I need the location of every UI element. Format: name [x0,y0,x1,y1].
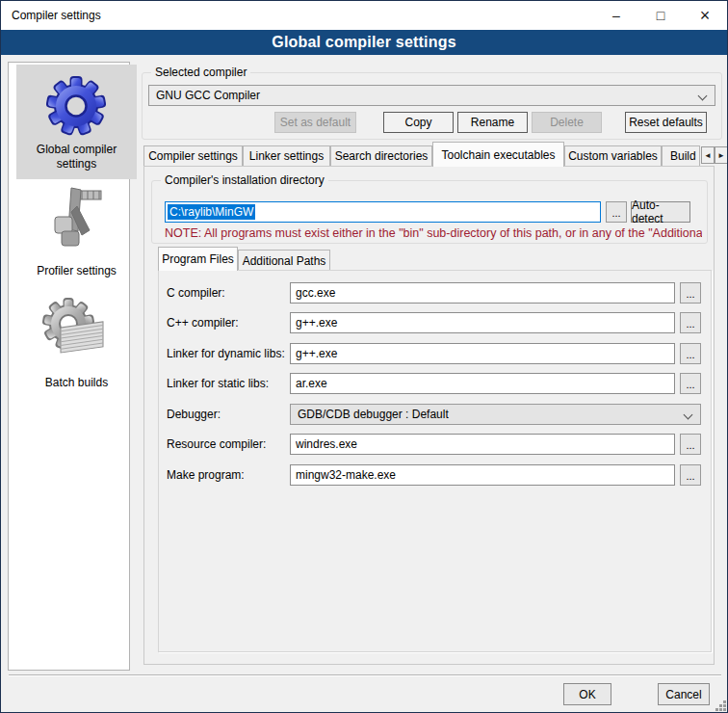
close-button[interactable]: × [683,1,727,30]
auto-detect-button[interactable]: Auto-detect [631,201,690,223]
tab-custom-variables[interactable]: Custom variables [564,145,662,166]
arrow-left-icon: ◄ [704,151,712,160]
sidebar-item-batch-builds[interactable]: Batch builds [16,285,137,397]
ok-button[interactable]: OK [563,683,611,705]
title-bar: Compiler settings – □ × [1,1,727,30]
tab-search-directories[interactable]: Search directories [330,145,432,166]
install-dir-browse-button[interactable]: ... [606,201,627,223]
subtab-program-files[interactable]: Program Files [158,247,238,271]
minimize-icon: – [612,9,620,22]
c-compiler-browse-button[interactable]: ... [680,282,701,304]
arrow-right-icon: ► [717,151,725,160]
debugger-select[interactable]: GDB/CDB debugger : Default [290,404,701,425]
compiler-select[interactable]: GNU GCC Compiler [148,85,715,106]
caliper-icon [45,185,108,262]
c-compiler-input[interactable] [290,282,675,304]
install-dir-selected-text: C:\raylib\MinGW [168,204,255,220]
sidebar-item-label: Profiler settings [16,264,137,278]
rename-button[interactable]: Rename [457,112,528,133]
footer-divider [9,674,721,676]
resource-compiler-input[interactable] [290,434,675,455]
chevron-down-icon [684,410,693,420]
settings-sidebar: Global compiler settings Profiler settin… [8,62,130,671]
cpp-compiler-label: C++ compiler: [167,316,239,330]
chevron-down-icon [698,92,708,101]
linker-static-input[interactable] [290,373,675,394]
resize-grip[interactable] [715,700,718,703]
linker-dynamic-browse-button[interactable]: ... [680,343,701,364]
cpp-compiler-input[interactable] [290,312,675,333]
maximize-button[interactable]: □ [638,1,683,30]
install-dir-input[interactable]: C:\raylib\MinGW [165,201,601,223]
blue-gear-icon [45,74,108,138]
dialog-header: Global compiler settings [1,30,727,55]
make-program-label: Make program: [167,468,245,482]
close-icon: × [700,9,711,22]
debugger-select-value: GDB/CDB debugger : Default [298,408,449,421]
set-as-default-button[interactable]: Set as default [274,112,356,133]
sidebar-item-label: Global compiler settings [16,143,137,172]
tab-compiler-settings[interactable]: Compiler settings [143,145,243,166]
subtab-additional-paths[interactable]: Additional Paths [238,250,330,271]
selected-compiler-group-label: Selected compiler [151,66,250,79]
sidebar-item-global-compiler-settings[interactable]: Global compiler settings [16,65,137,179]
reset-defaults-button[interactable]: Reset defaults [625,112,707,133]
compiler-settings-dialog: Compiler settings – □ × Global compiler … [0,0,728,713]
sidebar-item-label: Batch builds [16,376,137,390]
delete-button[interactable]: Delete [532,112,602,133]
c-compiler-label: C compiler: [167,286,225,300]
minimize-button[interactable]: – [594,1,638,30]
linker-static-label: Linker for static libs: [167,377,269,390]
make-program-input[interactable] [290,464,675,486]
linker-dynamic-input[interactable] [290,343,675,364]
tab-scroll-right-button[interactable]: ► [715,146,728,164]
linker-static-browse-button[interactable]: ... [680,373,701,394]
tab-scroll-left-button[interactable]: ◄ [701,146,715,164]
copy-button[interactable]: Copy [383,112,454,133]
make-program-browse-button[interactable]: ... [680,464,701,486]
page-title: Global compiler settings [272,34,456,51]
install-dir-note: NOTE: All programs must exist either in … [165,226,702,240]
cancel-button[interactable]: Cancel [658,683,710,705]
sidebar-item-profiler-settings[interactable]: Profiler settings [16,179,137,285]
resource-compiler-browse-button[interactable]: ... [680,434,701,455]
cpp-compiler-browse-button[interactable]: ... [680,312,701,333]
compiler-select-value: GNU GCC Compiler [156,89,260,102]
linker-dynamic-label: Linker for dynamic libs: [167,347,285,360]
gray-gear-stack-icon [41,297,111,366]
resource-compiler-label: Resource compiler: [167,437,266,451]
install-dir-group-label: Compiler's installation directory [161,173,328,187]
tab-linker-settings[interactable]: Linker settings [243,145,330,166]
tab-build-options[interactable]: Build [662,145,700,166]
window-title: Compiler settings [12,9,101,22]
debugger-label: Debugger: [167,408,221,421]
tab-toolchain-executables[interactable]: Toolchain executables [432,142,564,167]
maximize-icon: □ [657,9,664,22]
